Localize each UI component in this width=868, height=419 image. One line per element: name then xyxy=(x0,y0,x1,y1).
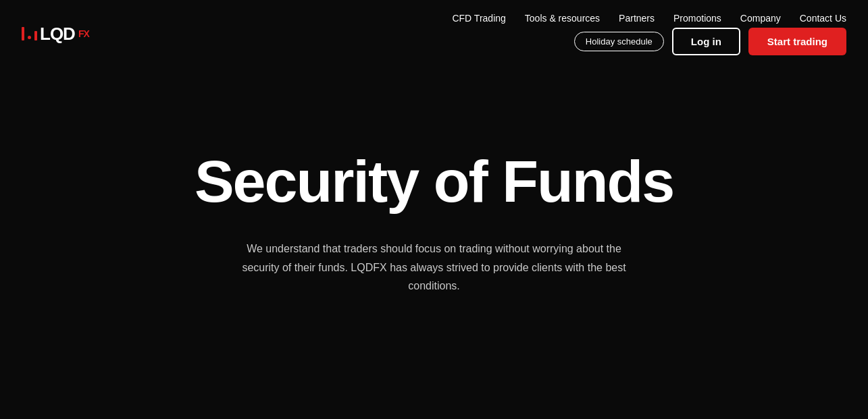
hero-section: Security of Funds We understand that tra… xyxy=(0,67,868,391)
logo-bar-tall xyxy=(22,27,24,40)
nav-tools-resources[interactable]: Tools & resources xyxy=(525,13,600,24)
logo-icon: LQDFX xyxy=(22,24,89,45)
logo-text: LQD xyxy=(40,24,75,45)
logo-bars xyxy=(22,27,37,40)
nav-top-row: CFD Trading Tools & resources Partners P… xyxy=(452,13,846,24)
nav-company[interactable]: Company xyxy=(740,13,781,24)
login-button[interactable]: Log in xyxy=(672,28,740,55)
hero-subtitle: We understand that traders should focus … xyxy=(238,240,630,295)
nav-contact-us[interactable]: Contact Us xyxy=(800,13,846,24)
nav-partners[interactable]: Partners xyxy=(619,13,655,24)
start-trading-button[interactable]: Start trading xyxy=(748,28,846,55)
main-nav: CFD Trading Tools & resources Partners P… xyxy=(452,13,846,55)
nav-bottom-row: Holiday schedule Log in Start trading xyxy=(574,28,846,55)
header: LQDFX CFD Trading Tools & resources Part… xyxy=(0,0,868,67)
logo-dot xyxy=(28,36,31,39)
holiday-schedule-button[interactable]: Holiday schedule xyxy=(574,32,664,51)
nav-promotions[interactable]: Promotions xyxy=(673,13,721,24)
logo-bar-short xyxy=(34,31,37,40)
logo-fx: FX xyxy=(78,28,89,39)
nav-cfd-trading[interactable]: CFD Trading xyxy=(452,13,505,24)
hero-title: Security of Funds xyxy=(195,150,673,213)
logo[interactable]: LQDFX xyxy=(22,24,89,45)
